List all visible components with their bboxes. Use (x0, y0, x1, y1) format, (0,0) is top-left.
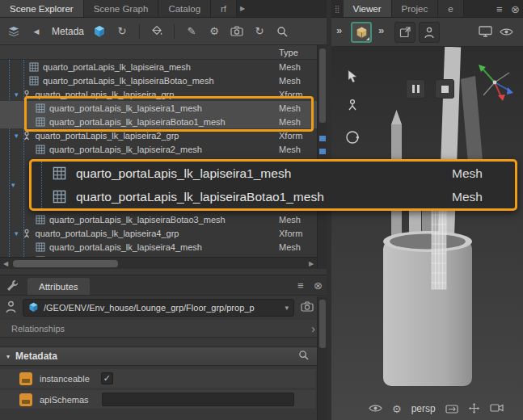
section-metadata[interactable]: ▾ Metadata (0, 346, 327, 366)
paint-bucket-icon[interactable] (150, 23, 164, 40)
instanceable-checkbox[interactable]: ✓ (101, 372, 113, 384)
pan-tool-icon[interactable] (468, 402, 480, 416)
tab-scroll-next-icon[interactable]: ▶ (237, 0, 248, 17)
tree-row[interactable]: quarto_portaLapis_lk_lapiseira4_mesh Mes… (0, 240, 317, 254)
xform-icon (22, 229, 32, 238)
open-window-button[interactable] (394, 22, 415, 43)
prim-type: Mesh (279, 76, 301, 86)
scroll-right-icon[interactable]: ▶ (306, 260, 317, 267)
tree-row[interactable]: quarto_portaLapis_lk_lapiseira2_mesh Mes… (0, 142, 317, 156)
mesh-icon (29, 76, 39, 86)
more-tools-icon[interactable]: » (378, 24, 384, 36)
stop-button[interactable] (435, 79, 454, 99)
prim-path-value: /GEO/ENV/Env_house/Lounge_grp/Floor_grp/… (44, 303, 280, 313)
chevron-down-icon[interactable]: ▾ (285, 304, 289, 312)
visibility-eye-icon[interactable] (369, 404, 382, 414)
tree-row[interactable]: quarto_portaLapis_lk_lapiseiraBotao_mesh… (0, 74, 317, 87)
field-label: apiSchemas (40, 395, 89, 405)
tab-project[interactable]: Projec (392, 0, 439, 17)
chevron-right-icon[interactable]: › (311, 322, 315, 335)
section-relationships[interactable]: Relationships › (0, 320, 327, 338)
prim-name: quarto_portaLapis_lk_lapiseiraBotao1_mes… (76, 190, 324, 204)
tab-partial[interactable]: rf (211, 0, 237, 17)
snapshot-icon[interactable] (301, 301, 314, 313)
tab-partial[interactable]: e (438, 0, 463, 17)
expand-tools-icon[interactable]: » (336, 24, 342, 36)
rotate-tool-icon[interactable] (343, 128, 362, 147)
transform-tool-icon[interactable] (343, 95, 362, 115)
tab-scene-explorer[interactable]: Scene Explorer (0, 0, 84, 17)
expand-caret-icon[interactable]: ▾ (15, 132, 19, 140)
refresh-icon[interactable]: ↻ (115, 23, 129, 40)
type-column-header[interactable]: Type (279, 48, 298, 57)
character-button[interactable] (419, 22, 440, 43)
scrollbar-thumb[interactable] (319, 48, 326, 123)
caret-down-icon[interactable]: ▾ (6, 353, 10, 360)
mesh-icon (53, 166, 66, 180)
tab-attributes[interactable]: Attributes (27, 278, 90, 295)
camera-gear-icon[interactable]: ⚙ (392, 403, 402, 415)
pencil-icon[interactable]: ✎ (184, 23, 199, 40)
pause-icon (412, 85, 420, 93)
prim-name: quarto_portaLapis_lk_lapiseira2_grp (36, 131, 179, 141)
axis-gizmo[interactable] (474, 60, 516, 102)
back-icon[interactable]: ◀ (29, 23, 44, 40)
prim-path-dropdown[interactable]: /GEO/ENV/Env_house/Lounge_grp/Floor_grp/… (23, 299, 294, 317)
toolbar-label: Metada (52, 26, 84, 37)
search-icon[interactable] (275, 23, 289, 40)
prim-name: quarto_portaLapis_lk_lapiseira_mesh (43, 62, 191, 72)
tab-viewer[interactable]: Viewer (344, 0, 392, 17)
prim-type: Mesh (279, 62, 301, 72)
horizontal-scrollbar[interactable]: ◀ ▶ (0, 257, 317, 269)
explorer-toolbar: ◀ Metada ↻ ✎ ⚙ ↻ (0, 18, 327, 45)
tree-row[interactable]: quarto_portaLapis_lk_lapiseira_mesh Mesh (0, 60, 317, 74)
scrollbar-thumb[interactable] (13, 260, 118, 267)
expand-caret-icon[interactable]: ▾ (15, 229, 19, 237)
prim-type: Mesh (279, 145, 301, 154)
camera-icon[interactable] (230, 23, 244, 40)
prim-type: Xform (279, 229, 302, 238)
tab-catalog[interactable]: Catalog (158, 0, 211, 17)
tab-label: Scene Graph (94, 4, 149, 14)
layer-badge-icon (19, 393, 32, 406)
search-icon[interactable] (298, 350, 309, 363)
scene-tree: quarto_portaLapis_lk_lapiseira_mesh Mesh… (0, 60, 317, 257)
panel-menu-icon[interactable]: ≡ (297, 279, 304, 292)
layers-icon[interactable] (6, 23, 21, 40)
cine-camera-icon[interactable] (490, 403, 504, 414)
tab-scene-graph[interactable]: Scene Graph (84, 0, 159, 17)
scrollbar-thumb[interactable] (319, 300, 326, 348)
toolbar-divider (174, 24, 175, 39)
field-instanceable: instanceable ✓ (0, 369, 315, 388)
eye-icon[interactable] (500, 27, 513, 38)
select-cursor-icon[interactable] (343, 66, 362, 86)
explorer-tabbar: Scene Explorer Scene Graph Catalog rf ▶ (0, 0, 327, 18)
scroll-left-icon[interactable]: ◀ (0, 260, 11, 267)
usd-cube-icon[interactable] (92, 23, 107, 40)
vertical-scrollbar[interactable] (317, 296, 327, 420)
check-icon: ✓ (103, 373, 111, 384)
camera-switch-icon[interactable] (445, 403, 458, 415)
tree-row[interactable]: quarto_portaLapis_lk_lapiseiraBotao3_mes… (0, 212, 317, 226)
selection-mark (319, 136, 326, 141)
apischemas-input[interactable] (102, 393, 294, 406)
display-icon[interactable] (479, 26, 492, 39)
close-icon[interactable]: ⊗ (314, 279, 323, 292)
pause-button[interactable] (406, 79, 425, 99)
tree-row[interactable]: ▾ quarto_portaLapis_lk_lapiseira4_grp Xf… (0, 226, 317, 240)
drag-grip-icon[interactable]: ⣿ (331, 5, 344, 13)
expand-caret-icon[interactable]: ▾ (15, 90, 19, 99)
gear-icon[interactable]: ⚙ (207, 23, 221, 40)
tree-column-header[interactable]: Type (0, 45, 317, 60)
panel-menu-icon[interactable]: ≡ (496, 3, 503, 15)
shading-cube-button[interactable] (351, 22, 372, 43)
expand-caret-icon[interactable]: ▾ (11, 181, 15, 189)
prim-name: quarto_portaLapis_lk_lapiseiraBotao_mesh (43, 76, 214, 86)
camera-name[interactable]: persp (411, 403, 436, 414)
vertical-scrollbar[interactable] (317, 45, 327, 269)
inset-row: quarto_portaLapis_lk_lapiseira1_mesh Mes… (32, 162, 515, 185)
viewport-3d[interactable]: ⚙ persp (331, 47, 523, 420)
close-icon[interactable]: ⊗ (511, 3, 520, 15)
xform-icon (22, 131, 32, 141)
reload-icon[interactable]: ↻ (252, 23, 267, 40)
